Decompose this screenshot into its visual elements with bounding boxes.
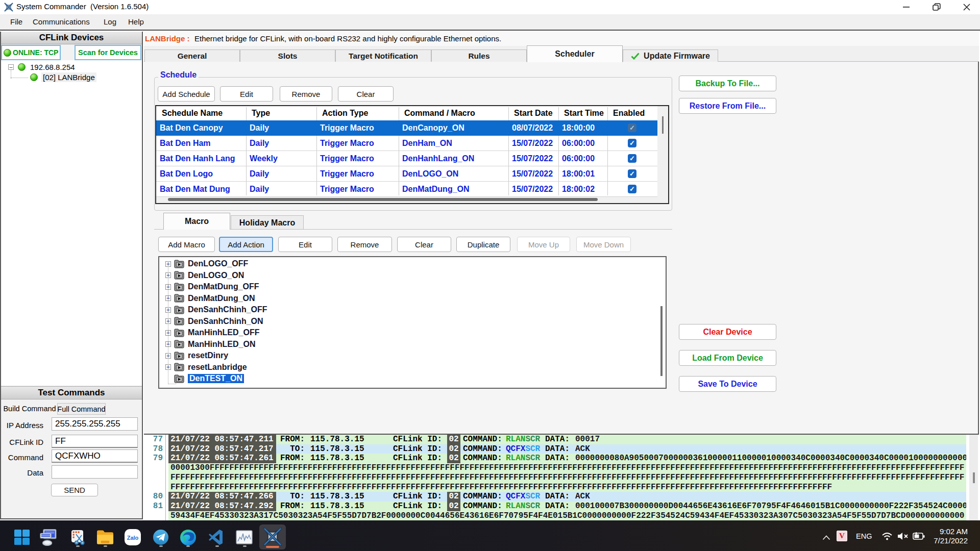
svg-text:Zalo: Zalo <box>127 535 139 541</box>
